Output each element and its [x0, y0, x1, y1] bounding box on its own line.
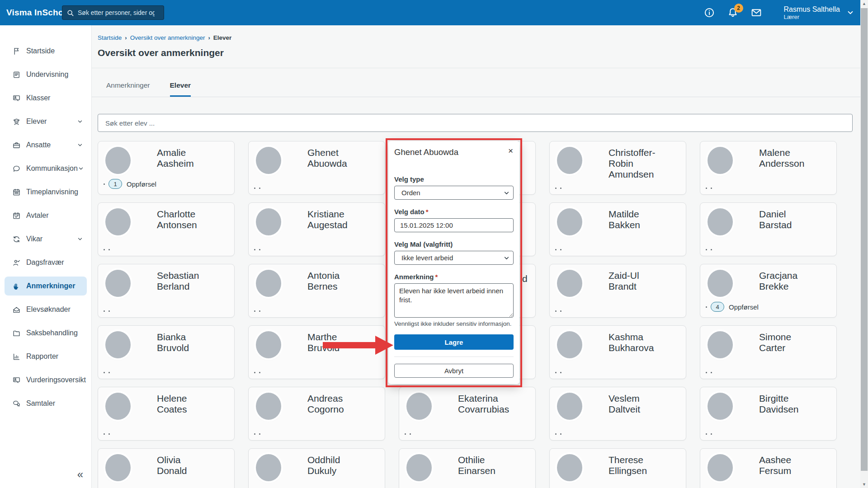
- avatar: [256, 208, 281, 235]
- sidebar-item-rapporter[interactable]: Rapporter: [5, 347, 87, 366]
- student-card[interactable]: MaleneAndersson: [700, 141, 837, 195]
- sidebar-item-dagsfravr[interactable]: Dagsfravær: [5, 253, 87, 272]
- student-card[interactable]: KashmaBukharova: [549, 325, 686, 379]
- sidebar-item-ansatte[interactable]: Ansatte: [5, 136, 87, 155]
- global-search[interactable]: [62, 5, 164, 20]
- anmerkning-count-badge: 1: [108, 179, 122, 189]
- student-name: SebastianBerland: [157, 270, 231, 292]
- student-card[interactable]: Christoffer-RobinAmundsen: [549, 141, 686, 195]
- cancel-button[interactable]: Avbryt: [394, 364, 514, 378]
- scrollbar-thumb[interactable]: [861, 8, 868, 471]
- note-textarea[interactable]: Eleven har ikke levert arbeid innen fris…: [394, 283, 514, 318]
- student-card[interactable]: MartheBruvold: [248, 325, 385, 379]
- flag-icon: [12, 47, 21, 56]
- student-card[interactable]: OliviaDonald: [98, 448, 235, 488]
- student-card[interactable]: VeslemDaltveit: [549, 387, 686, 441]
- scrollbar-down-arrow[interactable]: ▼: [860, 481, 868, 488]
- avatar: [256, 147, 281, 174]
- tab-anmerkninger[interactable]: Anmerkninger: [106, 81, 150, 97]
- page-scrollbar[interactable]: ▲ ▼: [860, 0, 868, 488]
- card-footer: [254, 433, 264, 435]
- student-card[interactable]: CharlotteAntonsen: [98, 202, 235, 256]
- dot-icon: [259, 372, 260, 373]
- scrollbar-up-arrow[interactable]: ▲: [860, 0, 868, 7]
- sidebar-item-vikar[interactable]: Vikar: [5, 230, 87, 249]
- dot-icon: [104, 183, 105, 185]
- student-name: HeleneCoates: [157, 393, 231, 415]
- info-icon[interactable]: [703, 7, 715, 19]
- sidebar-item-label: Avtaler: [26, 211, 83, 220]
- student-card[interactable]: AasheeFersum: [700, 448, 837, 488]
- dot-icon: [560, 188, 561, 189]
- sidebar-collapse-button[interactable]: «: [77, 469, 83, 480]
- id-card-icon: [12, 376, 21, 385]
- student-card[interactable]: AmalieAasheim1Oppførsel: [98, 141, 235, 195]
- date-input[interactable]: [394, 218, 514, 232]
- dot-icon: [706, 188, 707, 189]
- student-card[interactable]: BiankaBruvold: [98, 325, 235, 379]
- required-asterisk: *: [435, 273, 438, 281]
- student-card[interactable]: OddhildDukuly: [248, 448, 385, 488]
- bell-icon[interactable]: 2: [727, 7, 739, 19]
- student-search-input[interactable]: [98, 114, 853, 132]
- save-button[interactable]: Lagre: [394, 334, 514, 350]
- breadcrumb-startside[interactable]: Startside: [98, 34, 122, 41]
- student-name: ThereseEllingsen: [609, 455, 683, 476]
- dot-icon: [108, 310, 110, 312]
- dot-icon: [560, 310, 561, 312]
- student-card[interactable]: Zaid-UlBrandt: [549, 264, 686, 318]
- sidebar-item-elever[interactable]: Elever: [5, 112, 87, 131]
- breadcrumb-oversikt[interactable]: Oversikt over anmerkninger: [130, 34, 205, 41]
- type-select[interactable]: Orden: [394, 186, 514, 200]
- student-name: AndreasCogorno: [307, 393, 382, 415]
- sidebar-item-saksbehandling[interactable]: Saksbehandling: [5, 324, 87, 343]
- student-card[interactable]: GracjanaBrekke4Oppførsel: [700, 264, 837, 318]
- dot-icon: [555, 249, 557, 250]
- avatar: [256, 331, 281, 358]
- close-icon[interactable]: ×: [508, 146, 513, 155]
- person-check-icon: [12, 258, 21, 267]
- student-card[interactable]: OthilieEinarsen: [399, 448, 536, 488]
- sidebar-item-klasser[interactable]: Klasser: [5, 89, 87, 108]
- breadcrumb-current: Elever: [213, 34, 232, 41]
- mail-icon[interactable]: [750, 7, 762, 19]
- card-footer: [254, 310, 264, 312]
- card-footer: [706, 249, 716, 250]
- student-card[interactable]: HeleneCoates: [98, 387, 235, 441]
- tabs-divider: [92, 97, 860, 97]
- global-search-input[interactable]: [78, 9, 155, 16]
- sidebar-item-avtaler[interactable]: Avtaler: [5, 206, 87, 225]
- student-name: Christoffer-RobinAmundsen: [609, 147, 683, 180]
- sidebar-item-vurderingsoversikt[interactable]: Vurderingsoversikt: [5, 371, 87, 389]
- sidebar-item-kommunikasjon[interactable]: Kommunikasjon: [5, 159, 87, 178]
- tab-elever[interactable]: Elever: [170, 81, 191, 97]
- sidebar-item-undervisning[interactable]: Undervisning: [5, 65, 87, 84]
- avatar: [557, 331, 582, 358]
- card-footer: [555, 310, 565, 312]
- student-card[interactable]: ThereseEllingsen: [549, 448, 686, 488]
- student-card[interactable]: MatildeBakken: [549, 202, 686, 256]
- student-card[interactable]: EkaterinaCovarrubias: [399, 387, 536, 441]
- student-card[interactable]: KristianeAugestad: [248, 202, 385, 256]
- avatar: [557, 147, 582, 174]
- sidebar-item-label: Saksbehandling: [26, 329, 83, 337]
- student-card[interactable]: GhenetAbuowda: [248, 141, 385, 195]
- student-card[interactable]: AntoniaBernes: [248, 264, 385, 318]
- card-footer: [706, 188, 716, 189]
- sidebar-item-startside[interactable]: Startside: [5, 42, 87, 61]
- student-card[interactable]: BirgitteDavidsen: [700, 387, 837, 441]
- template-select[interactable]: Ikke levert arbeid: [394, 251, 514, 265]
- student-card[interactable]: SimoneCarter: [700, 325, 837, 379]
- sidebar-item-elevsknader[interactable]: Elevsøknader: [5, 300, 87, 319]
- student-name: DanielBarstad: [759, 209, 834, 230]
- user-menu[interactable]: Rasmus Salthella Lærer: [784, 5, 855, 20]
- sidebar-item-timeplanvisning[interactable]: Timeplanvisning: [5, 183, 87, 202]
- student-card[interactable]: SebastianBerland: [98, 264, 235, 318]
- sidebar-item-samtaler[interactable]: Samtaler: [5, 394, 87, 413]
- student-card[interactable]: DanielBarstad: [700, 202, 837, 256]
- avatar: [105, 208, 131, 235]
- student-name: KristianeAugestad: [307, 209, 382, 230]
- student-card[interactable]: AndreasCogorno: [248, 387, 385, 441]
- dot-icon: [410, 433, 411, 435]
- sidebar-item-anmerkninger[interactable]: Anmerkninger: [5, 277, 87, 296]
